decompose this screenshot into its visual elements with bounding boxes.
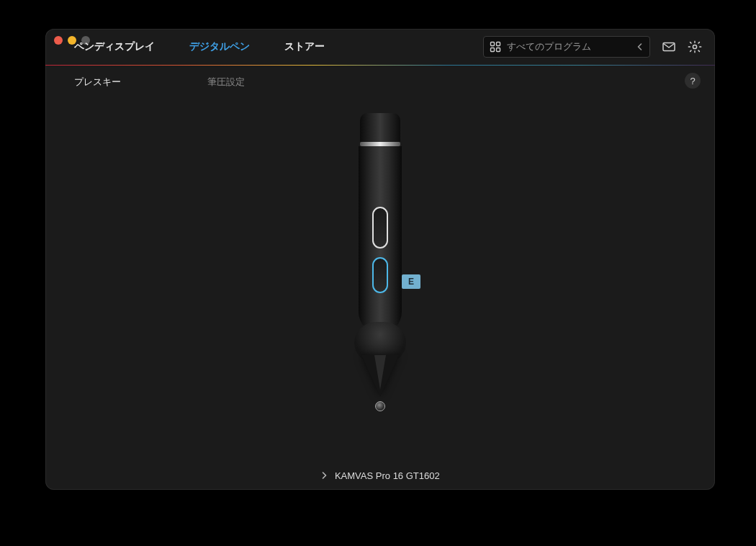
subtab-pressure[interactable]: 筆圧設定 [207,76,245,89]
pen-lower-button-key-badge[interactable]: E [402,274,420,289]
pen-cap [360,113,400,142]
svg-point-5 [693,45,696,48]
pen-illustration: E [351,113,409,416]
app-window: ペンディスプレイ デジタルペン ストアー すべてのプログラム [45,29,715,490]
grid-icon [490,41,501,53]
pen-canvas: E [45,99,715,461]
gear-icon[interactable] [688,40,702,54]
help-button[interactable]: ? [685,73,701,89]
sub-tabs: プレスキー 筆圧設定 ? [45,66,715,99]
device-footer[interactable]: KAMVAS Pro 16 GT1602 [45,470,715,481]
top-bar: ペンディスプレイ デジタルペン ストアー すべてのプログラム [45,29,715,65]
tab-store[interactable]: ストアー [284,40,325,53]
subtab-press-key[interactable]: プレスキー [74,76,121,89]
pen-lower-button[interactable] [372,257,388,293]
pen-cone-highlight [374,355,386,390]
svg-rect-1 [497,42,500,46]
chevron-left-icon [636,42,644,53]
topbar-right: すべてのプログラム [483,29,702,65]
main-tabs: ペンディスプレイ デジタルペン ストアー [74,40,325,53]
tab-digital-pen[interactable]: デジタルペン [189,40,250,53]
programs-dropdown[interactable]: すべてのプログラム [483,36,650,58]
tab-pen-display[interactable]: ペンディスプレイ [74,40,155,53]
svg-rect-0 [491,42,495,46]
pen-nib [375,401,385,411]
svg-rect-2 [491,48,495,52]
chevron-right-icon [320,470,330,481]
pen-upper-button[interactable] [372,207,388,249]
programs-dropdown-label: すべてのプログラム [507,40,591,53]
mail-icon[interactable] [662,40,676,54]
device-name: KAMVAS Pro 16 GT1602 [335,470,440,481]
svg-rect-3 [497,48,500,52]
